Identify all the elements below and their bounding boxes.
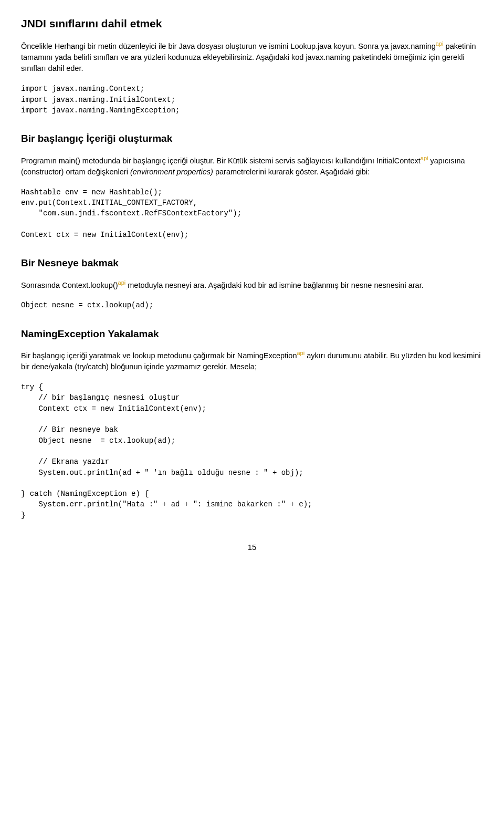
paragraph: Programın main() metodunda bir başlangıç… (21, 154, 483, 178)
italic-text: (environment properties) (130, 168, 213, 176)
code-block: Object nesne = ctx.lookup(ad); (21, 300, 483, 310)
section-heading-4: NamingException Yakalamak (21, 327, 483, 341)
text: Bir başlangıç içeriği yaratmak ve lookup… (21, 351, 297, 360)
paragraph: Öncelikle Herhangi bir metin düzenleyici… (21, 40, 483, 74)
api-superscript: api (421, 155, 428, 161)
api-superscript: api (436, 40, 444, 47)
text: Sonrasında Context.lookup() (21, 280, 118, 289)
code-block: Hashtable env = new Hashtable(); env.put… (21, 187, 483, 240)
text: Programın main() metodunda bir başlangıç… (21, 157, 421, 165)
page-number: 15 (21, 542, 483, 553)
code-block: try { // bir başlangıç nesnesi oluştur C… (21, 382, 483, 521)
paragraph: Bir başlangıç içeriği yaratmak ve lookup… (21, 349, 483, 372)
text: Öncelikle Herhangi bir metin düzenleyici… (21, 42, 436, 50)
api-superscript: api (118, 279, 126, 286)
section-heading-1: JNDI sınıflarını dahil etmek (21, 16, 483, 32)
code-block: import javax.naming.Context; import java… (21, 84, 483, 116)
text: metoduyla nesneyi ara. Aşağıdaki kod bir… (125, 280, 423, 289)
section-heading-2: Bir başlangıç İçeriği oluşturmak (21, 131, 483, 146)
text: parametrelerini kurarak göster. Aşağıdak… (213, 168, 370, 176)
api-superscript: api (297, 350, 304, 356)
paragraph: Sonrasında Context.lookup()api metoduyla… (21, 279, 483, 291)
section-heading-3: Bir Nesneye bakmak (21, 256, 483, 271)
